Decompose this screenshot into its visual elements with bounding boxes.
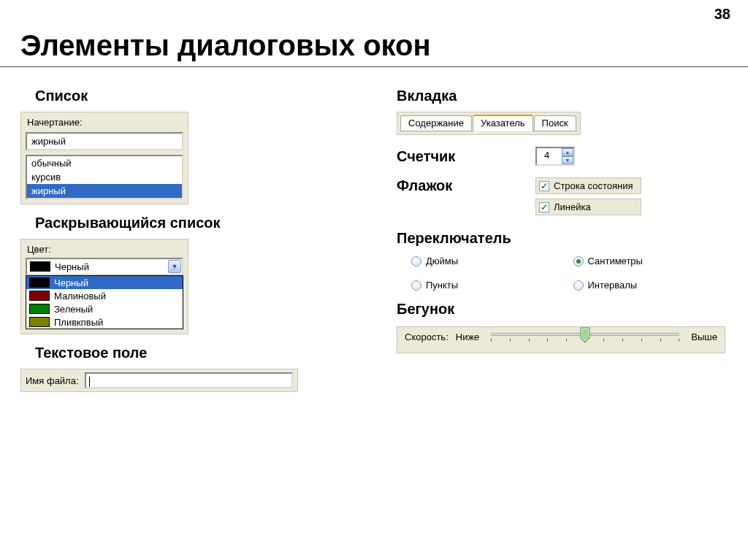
dropdown-label: Цвет: — [21, 239, 188, 258]
swatch-icon — [29, 291, 50, 301]
slider-track[interactable] — [491, 333, 679, 336]
dropdown-panel: Цвет: Черный ▼ Черный Малиновый Зеленый — [20, 239, 188, 334]
dropdown-item[interactable]: Зеленый — [26, 302, 183, 315]
dropdown-item-label: Зеленый — [54, 304, 93, 315]
dropdown-list[interactable]: Черный Малиновый Зеленый Пливкпвый — [26, 275, 183, 329]
chevron-down-icon[interactable]: ▼ — [562, 156, 573, 164]
section-dropdown-title: Раскрывающийся список — [35, 215, 366, 231]
dropdown-item-label: Черный — [54, 277, 88, 288]
spinner-value: 4 — [537, 148, 562, 164]
caret-icon — [89, 377, 90, 387]
radio-row[interactable]: Сантиметры — [573, 256, 714, 266]
checkbox-checked-icon[interactable]: ✓ — [539, 202, 549, 212]
slider-low-label: Ниже — [456, 331, 480, 342]
page-number: 38 — [714, 6, 730, 23]
checkbox-row[interactable]: ✓ Линейка — [535, 199, 641, 215]
tabs-panel: Содержание Указатель Поиск — [397, 112, 581, 135]
swatch-icon — [29, 317, 50, 327]
section-list-title: Список — [35, 88, 366, 104]
textfield-label: Имя файла: — [26, 375, 85, 386]
radio-unchecked-icon[interactable] — [411, 280, 421, 291]
slider-high-label: Выше — [691, 331, 717, 342]
spinner[interactable]: 4 ▲ ▼ — [535, 147, 575, 166]
dropdown-item-label: Малиновый — [54, 291, 106, 302]
section-textfield-title: Текстовое поле — [35, 345, 366, 361]
chevron-down-icon[interactable]: ▼ — [168, 260, 181, 273]
swatch-icon — [29, 304, 50, 314]
dropdown-item-selected[interactable]: Черный — [26, 276, 183, 289]
slider-label: Скорость: — [405, 331, 449, 342]
list-item-selected[interactable]: жирный — [27, 184, 182, 198]
radio-checked-icon[interactable] — [573, 256, 584, 266]
divider — [0, 66, 748, 67]
section-radio-title: Переключатель — [397, 230, 728, 247]
dropdown-item[interactable]: Малиновый — [26, 289, 183, 302]
section-tabs-title: Вкладка — [397, 88, 728, 104]
checkbox-label: Линейка — [554, 202, 591, 212]
radio-row[interactable]: Пункты — [411, 280, 552, 291]
list-item[interactable]: курсив — [27, 170, 182, 184]
slider-panel: Скорость: Ниже — [397, 326, 725, 353]
dropdown-item-label: Пливкпвый — [54, 317, 103, 328]
section-spinner-title: Счетчик — [397, 148, 535, 165]
radio-label: Интервалы — [588, 280, 638, 291]
radio-row[interactable]: Интервалы — [573, 280, 714, 291]
combobox[interactable]: Черный ▼ — [26, 258, 183, 275]
section-slider-title: Бегунок — [397, 301, 728, 318]
tab-item[interactable]: Поиск — [534, 115, 576, 131]
radio-unchecked-icon[interactable] — [573, 280, 584, 291]
textfield-panel: Имя файла: — [20, 369, 298, 392]
checkbox-row[interactable]: ✓ Строка состояния — [535, 177, 641, 194]
tab-item[interactable]: Содержание — [400, 115, 472, 131]
tab-item-active[interactable]: Указатель — [473, 115, 533, 131]
listbox-label: Начертание: — [21, 112, 188, 131]
checkbox-label: Строка состояния — [554, 180, 633, 191]
page-title: Элементы диалоговых окон — [20, 29, 748, 62]
radio-label: Дюймы — [426, 256, 458, 266]
slider-thumb[interactable] — [580, 327, 590, 343]
swatch-icon — [30, 261, 50, 272]
dropdown-item[interactable]: Пливкпвый — [26, 315, 183, 329]
checkbox-checked-icon[interactable]: ✓ — [539, 181, 549, 191]
section-checkbox-title: Флажок — [397, 177, 535, 194]
filename-input[interactable] — [85, 372, 293, 388]
radio-row[interactable]: Дюймы — [411, 256, 552, 266]
listbox-selection-display: жирный — [26, 132, 183, 150]
combobox-value: Черный — [55, 260, 167, 274]
listbox-panel: Начертание: жирный обычный курсив жирный — [20, 112, 188, 204]
radio-label: Сантиметры — [588, 256, 643, 266]
list-item[interactable]: обычный — [27, 156, 182, 170]
chevron-up-icon[interactable]: ▲ — [562, 148, 573, 156]
radio-label: Пункты — [426, 280, 458, 291]
swatch-icon — [29, 277, 50, 288]
radio-unchecked-icon[interactable] — [411, 256, 421, 266]
listbox[interactable]: обычный курсив жирный — [26, 155, 183, 199]
